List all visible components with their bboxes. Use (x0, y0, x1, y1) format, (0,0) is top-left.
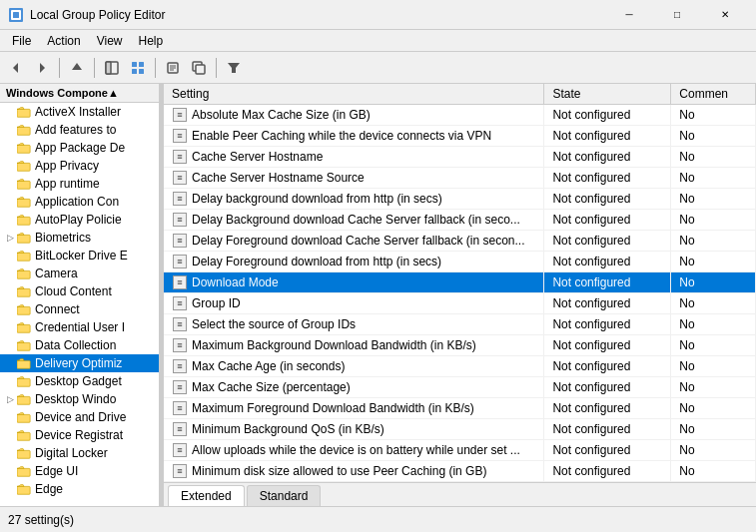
table-row[interactable]: ≡ Group ID Not configuredNo (164, 293, 756, 314)
forward-button[interactable] (30, 56, 54, 80)
tree-item[interactable]: Edge (0, 480, 159, 498)
table-row[interactable]: ≡ Enable Peer Caching while the device c… (164, 126, 756, 147)
tree-item[interactable]: BitLocker Drive E (0, 247, 159, 265)
setting-cell: ≡ Delay Foreground download Cache Server… (164, 231, 544, 252)
setting-name: Delay background download from http (in … (192, 192, 442, 206)
maximize-button[interactable]: □ (654, 0, 700, 30)
tree-item[interactable]: Digital Locker (0, 444, 159, 462)
folder-icon (16, 464, 32, 478)
up-button[interactable] (65, 56, 89, 80)
table-row[interactable]: ≡ Max Cache Age (in seconds) Not configu… (164, 356, 756, 377)
table-row[interactable]: ≡ Maximum Foreground Download Bandwidth … (164, 398, 756, 419)
tree-item[interactable]: App Privacy (0, 157, 159, 175)
table-row[interactable]: ≡ Download Mode Not configuredNo (164, 272, 756, 293)
setting-cell: ≡ Download Mode (164, 272, 544, 293)
menu-help[interactable]: Help (131, 32, 172, 50)
comment-cell: No (671, 377, 756, 398)
tree-item[interactable]: Camera (0, 265, 159, 282)
table-row[interactable]: ≡ Cache Server Hostname Source Not confi… (164, 168, 756, 189)
back-button[interactable] (4, 56, 28, 80)
tree-item[interactable]: Add features to (0, 121, 159, 139)
tree-item[interactable]: App Package De (0, 139, 159, 157)
tree-item-label: Delivery Optimiz (35, 356, 122, 370)
table-row[interactable]: ≡ Delay background download from http (i… (164, 189, 756, 210)
show-hide-button[interactable] (100, 56, 124, 80)
tree-item[interactable]: Credential User I (0, 318, 159, 336)
tree-item[interactable]: Device and Drive (0, 408, 159, 426)
tree-item[interactable]: ActiveX Installer (0, 103, 159, 121)
settings-table[interactable]: Setting State Commen ≡ Absolute Max Ca (164, 84, 756, 482)
tree-item[interactable]: Delivery Optimiz (0, 354, 159, 372)
status-text: 27 setting(s) (8, 513, 74, 527)
properties-button[interactable] (161, 56, 185, 80)
new-window-button[interactable] (187, 56, 211, 80)
table-row[interactable]: ≡ Delay Foreground download from http (i… (164, 252, 756, 272)
column-header-state[interactable]: State (544, 84, 671, 105)
tab-extended[interactable]: Extended (168, 485, 245, 506)
table-row[interactable]: ≡ Max Cache Size (percentage) Not config… (164, 377, 756, 398)
state-cell: Not configured (544, 398, 671, 419)
tree-item-label: App Privacy (35, 159, 99, 173)
svg-rect-8 (132, 62, 137, 67)
state-cell: Not configured (544, 126, 671, 147)
svg-rect-25 (17, 217, 30, 225)
tab-standard[interactable]: Standard (247, 485, 322, 506)
menu-view[interactable]: View (89, 32, 131, 50)
tree-item[interactable]: Connect (0, 300, 159, 318)
tree-item[interactable]: Cloud Content (0, 282, 159, 300)
filter-button[interactable] (222, 56, 246, 80)
tree-item[interactable]: ▷ Desktop Windo (0, 390, 159, 408)
expand-button[interactable] (126, 56, 150, 80)
table-row[interactable]: ≡ Allow uploads while the device is on b… (164, 440, 756, 461)
table-row[interactable]: ≡ Select the source of Group IDs Not con… (164, 314, 756, 335)
setting-cell: ≡ Max Cache Size (percentage) (164, 377, 544, 398)
svg-rect-17 (196, 65, 205, 74)
svg-marker-3 (13, 63, 18, 73)
menu-action[interactable]: Action (39, 32, 88, 50)
minimize-button[interactable]: ─ (606, 0, 652, 30)
policy-icon: ≡ (172, 379, 188, 395)
comment-cell: No (671, 314, 756, 335)
tree-panel: Windows Compone▲ ActiveX Installer Add f… (0, 84, 160, 506)
table-row[interactable]: ≡ Minimum Background QoS (in KB/s) Not c… (164, 419, 756, 440)
settings-panel: Setting State Commen ≡ Absolute Max Ca (164, 84, 756, 506)
tree-item[interactable]: Data Collection (0, 336, 159, 354)
policy-icon: ≡ (172, 170, 188, 186)
comment-cell: No (671, 335, 756, 356)
setting-name: Max Cache Age (in seconds) (192, 359, 345, 373)
column-header-comment[interactable]: Commen (671, 84, 756, 105)
tree-item[interactable]: Edge UI (0, 462, 159, 480)
setting-cell: ≡ Delay Background download Cache Server… (164, 210, 544, 231)
tree-item[interactable]: ▷ Biometrics (0, 229, 159, 247)
svg-rect-38 (17, 450, 30, 458)
setting-cell: ≡ Minimum disk size allowed to use Peer … (164, 461, 544, 482)
state-cell: Not configured (544, 419, 671, 440)
table-row[interactable]: ≡ Delay Background download Cache Server… (164, 210, 756, 231)
tree-item[interactable]: Device Registrat (0, 426, 159, 444)
table-row[interactable]: ≡ Maximum Background Download Bandwidth … (164, 335, 756, 356)
tree-item[interactable]: App runtime (0, 175, 159, 193)
setting-cell: ≡ Max Cache Age (in seconds) (164, 356, 544, 377)
state-cell: Not configured (544, 272, 671, 293)
tree-item[interactable]: Application Con (0, 193, 159, 211)
table-row[interactable]: ≡ Absolute Max Cache Size (in GB) Not co… (164, 105, 756, 126)
tree-item[interactable]: AutoPlay Policie (0, 211, 159, 229)
setting-name: Download Mode (192, 275, 279, 289)
close-button[interactable]: ✕ (702, 0, 748, 30)
policy-icon: ≡ (172, 233, 188, 249)
tree-item[interactable]: Desktop Gadget (0, 372, 159, 390)
svg-rect-40 (17, 486, 30, 494)
folder-icon (16, 446, 32, 460)
setting-name: Maximum Foreground Download Bandwidth (i… (192, 401, 474, 415)
folder-icon (16, 249, 32, 263)
column-header-setting[interactable]: Setting (164, 84, 544, 105)
setting-cell: ≡ Maximum Foreground Download Bandwidth … (164, 398, 544, 419)
table-row[interactable]: ≡ Cache Server Hostname Not configuredNo (164, 147, 756, 168)
folder-icon (16, 213, 32, 227)
comment-cell: No (671, 293, 756, 314)
table-row[interactable]: ≡ Minimum disk size allowed to use Peer … (164, 461, 756, 482)
comment-cell: No (671, 147, 756, 168)
setting-name: Absolute Max Cache Size (in GB) (192, 108, 371, 122)
table-row[interactable]: ≡ Delay Foreground download Cache Server… (164, 231, 756, 252)
menu-file[interactable]: File (4, 32, 39, 50)
